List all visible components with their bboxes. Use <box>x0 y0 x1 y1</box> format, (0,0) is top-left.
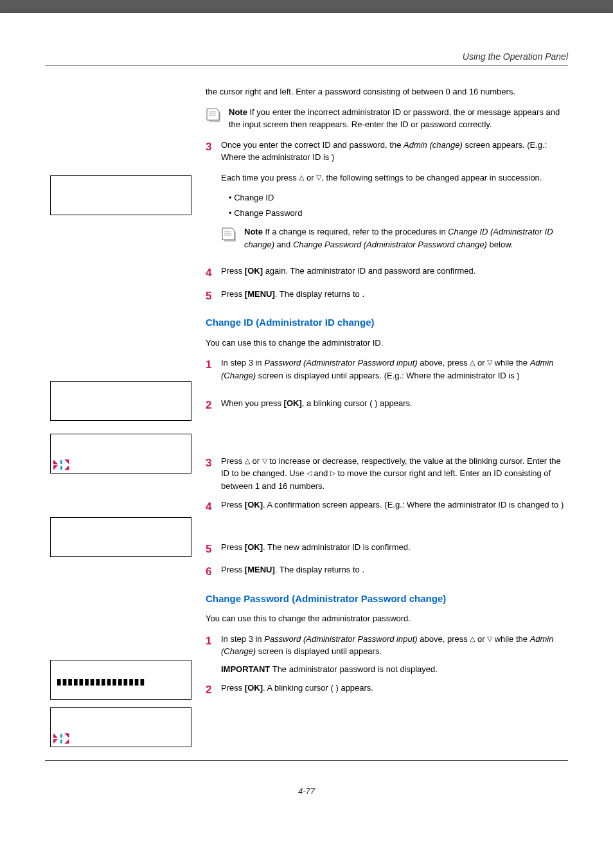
content-columns: ◣▮◥ ◤▮◢ ∎∎∎∎∎∎∎∎∎∎∎∎∎∎∎∎ ◣▮◥ ◤▮◢ the cur… <box>45 85 568 747</box>
password-dots-icon: ∎∎∎∎∎∎∎∎∎∎∎∎∎∎∎∎ <box>56 677 145 689</box>
step-number: 4 <box>206 265 215 281</box>
step-number: 3 <box>206 139 215 155</box>
sec1-step-5: 5 Press [OK]. The new administrator ID i… <box>206 541 568 558</box>
display-panel-confirm <box>50 517 191 557</box>
down-triangle-icon: ▽ <box>487 359 492 366</box>
step-number: 4 <box>206 499 215 515</box>
page-header: Using the Operation Panel <box>45 51 568 66</box>
step-number: 1 <box>206 633 215 650</box>
step-number: 5 <box>206 288 215 305</box>
step-number: 6 <box>206 563 215 580</box>
sec1-step-1-body: In step 3 in Password (Administrator Pas… <box>221 357 568 382</box>
step-number: 2 <box>206 682 215 698</box>
left-column: ◣▮◥ ◤▮◢ ∎∎∎∎∎∎∎∎∎∎∎∎∎∎∎∎ ◣▮◥ ◤▮◢ <box>45 85 193 747</box>
page-number: 4-77 <box>45 786 568 796</box>
important-note: IMPORTANT The administrator password is … <box>221 663 568 676</box>
note-1-text: Note If you enter the incorrect administ… <box>229 106 568 131</box>
step-number: 3 <box>206 455 215 472</box>
sec1-step-5-body: Press [OK]. The new administrator ID is … <box>221 541 568 554</box>
step-number: 5 <box>206 541 215 558</box>
right-triangle-icon: ▷ <box>330 469 335 477</box>
sec1-step-3: 3 Press △ or ▽ to increase or decrease, … <box>206 455 568 493</box>
note-icon <box>221 227 239 242</box>
step-4-body: Press [OK] again. The administrator ID a… <box>221 265 568 278</box>
heading-change-password: Change Password (Administrator Password … <box>206 592 568 607</box>
up-triangle-icon: △ <box>245 457 250 465</box>
down-triangle-icon: ▽ <box>262 457 267 465</box>
note-2-text: Note If a change is required, refer to t… <box>244 226 568 251</box>
heading-change-id: Change ID (Administrator ID change) <box>206 315 568 330</box>
sec2-step-2: 2 Press [OK]. A blinking cursor ( ) appe… <box>206 682 568 698</box>
sec1-step-4: 4 Press [OK]. A confirmation screen appe… <box>206 499 568 515</box>
sec1-step-1: 1 In step 3 in Password (Administrator P… <box>206 357 568 382</box>
step-number: 1 <box>206 357 215 373</box>
sec1-step-6-body: Press [MENU]. The display returns to . <box>221 563 568 576</box>
display-panel-change-id <box>50 381 191 421</box>
display-panel-cursor-2: ◣▮◥ ◤▮◢ <box>50 707 191 747</box>
sec1-step-2-body: When you press [OK], a blinking cursor (… <box>221 397 568 410</box>
intro-paragraph: the cursor right and left. Enter a passw… <box>206 85 568 98</box>
display-panel-cursor-1: ◣▮◥ ◤▮◢ <box>50 434 191 474</box>
step-3-body: Once you enter the correct ID and passwo… <box>221 139 568 259</box>
down-triangle-icon: ▽ <box>487 635 492 642</box>
bottom-rule <box>45 760 568 761</box>
sec1-step-4-body: Press [OK]. A confirmation screen appear… <box>221 499 568 511</box>
display-panel-password-dots: ∎∎∎∎∎∎∎∎∎∎∎∎∎∎∎∎ <box>50 660 191 700</box>
sec1-intro: You can use this to change the administr… <box>206 337 568 350</box>
bullet-change-password: Change Password <box>229 207 568 220</box>
sec1-step-2: 2 When you press [OK], a blinking cursor… <box>206 397 568 414</box>
display-panel-admin <box>50 175 191 215</box>
sec2-intro: You can use this to change the administr… <box>206 612 568 625</box>
sec2-step-1: 1 In step 3 in Password (Administrator P… <box>206 633 568 676</box>
sec2-step-1-body: In step 3 in Password (Administrator Pas… <box>221 633 568 676</box>
step-5: 5 Press [MENU]. The display returns to . <box>206 288 568 305</box>
note-block-1: Note If you enter the incorrect administ… <box>206 106 568 131</box>
left-triangle-icon: ◁ <box>306 469 312 477</box>
step-5-body: Press [MENU]. The display returns to . <box>221 288 568 301</box>
right-column: the cursor right and left. Enter a passw… <box>206 85 568 747</box>
down-triangle-icon: ▽ <box>316 173 321 181</box>
step-3: 3 Once you enter the correct ID and pass… <box>206 139 568 259</box>
cursor-arrows-icon: ◣▮◥ ◤▮◢ <box>53 459 69 472</box>
bullet-change-id: Change ID <box>229 191 568 204</box>
document-page: Using the Operation Panel ◣▮◥ ◤▮◢ ∎∎∎∎∎∎… <box>0 13 613 868</box>
note-block-2: Note If a change is required, refer to t… <box>221 226 568 251</box>
step-number: 2 <box>206 397 215 414</box>
cursor-arrows-icon-2: ◣▮◥ ◤▮◢ <box>53 733 69 745</box>
step-4: 4 Press [OK] again. The administrator ID… <box>206 265 568 281</box>
sec2-step-2-body: Press [OK]. A blinking cursor ( ) appear… <box>221 682 568 695</box>
note-icon <box>206 107 224 123</box>
sec1-step-6: 6 Press [MENU]. The display returns to . <box>206 563 568 580</box>
sec1-step-3-body: Press △ or ▽ to increase or decrease, re… <box>221 455 568 493</box>
